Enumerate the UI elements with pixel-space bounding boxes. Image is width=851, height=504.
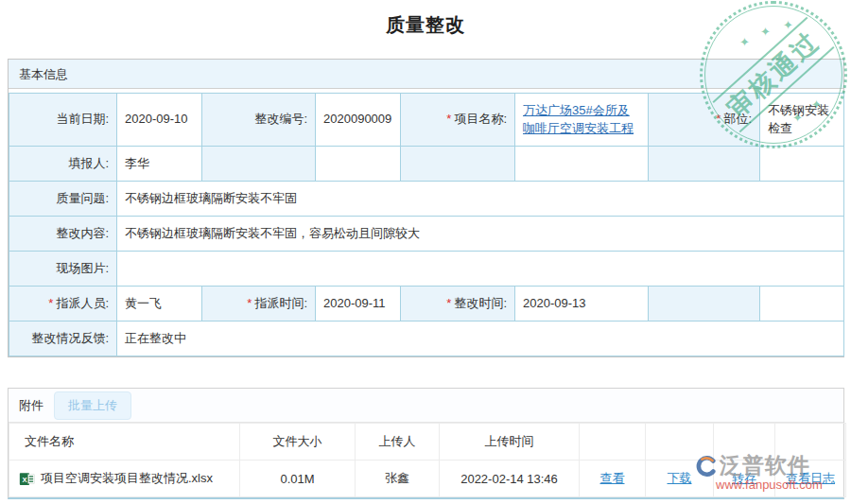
field-value-quality-issue: 不锈钢边框玻璃隔断安装不牢固 <box>117 182 844 217</box>
field-label-text: 指派时间: <box>254 296 307 310</box>
field-value-part: 不锈钢安装检查 <box>760 94 844 147</box>
attachment-upload-time: 2022-02-14 13:46 <box>440 461 580 497</box>
field-value-rectify-content: 不锈钢边框玻璃隔断安装不牢固，容易松动且间隙较大 <box>117 217 844 252</box>
empty-label-cell <box>649 287 760 322</box>
col-action-empty <box>714 424 775 461</box>
view-link[interactable]: 查看 <box>600 471 625 485</box>
col-action-empty <box>580 424 646 461</box>
field-label-feedback: 整改情况反馈: <box>9 322 117 356</box>
attachments-header-row: 文件名称 文件大小 上传人 上传时间 <box>9 424 846 461</box>
empty-value-cell <box>760 287 844 322</box>
field-value-rectification-no: 2020090009 <box>316 94 401 147</box>
field-label-text: 指派人员: <box>56 296 109 310</box>
field-label-text: 部位: <box>723 112 752 126</box>
table-row: 整改内容: 不锈钢边框玻璃隔断安装不牢固，容易松动且间隙较大 <box>9 217 844 252</box>
table-row: 当前日期: 2020-09-10 整改编号: 2020090009 *项目名称:… <box>9 94 844 147</box>
attachment-file-cell: X 项目空调安装项目整改情况.xlsx <box>9 461 240 497</box>
field-value-project-name: 万达广场35#会所及咖啡厅空调安装工程 <box>515 94 649 147</box>
basic-info-table: 当前日期: 2020-09-10 整改编号: 2020090009 *项目名称:… <box>9 93 844 356</box>
attachment-file-size: 0.01M <box>240 461 356 497</box>
field-value-rectify-time: 2020-09-13 <box>515 287 649 322</box>
attachment-action-cell: 查看日志 <box>775 461 846 497</box>
project-name-link[interactable]: 万达广场35#会所及咖啡厅空调安装工程 <box>523 103 634 135</box>
field-label-reporter: 填报人: <box>9 147 117 182</box>
col-upload-time: 上传时间 <box>440 424 580 461</box>
svg-text:X: X <box>22 475 27 483</box>
field-label-assignee: *指派人员: <box>9 287 117 322</box>
empty-label-cell <box>649 147 760 182</box>
attachment-action-cell: 查看 <box>580 461 646 497</box>
save-copy-link[interactable]: 转存 <box>732 471 756 485</box>
table-row: 质量问题: 不锈钢边框玻璃隔断安装不牢固 <box>9 182 844 217</box>
field-label-part: *部位: <box>649 94 760 147</box>
col-uploader: 上传人 <box>356 424 440 461</box>
required-asterisk: * <box>716 112 721 126</box>
attachment-action-cell: 转存 <box>714 461 775 497</box>
batch-upload-button[interactable]: 批量上传 <box>54 391 131 420</box>
download-link[interactable]: 下载 <box>668 471 692 485</box>
empty-value-cell <box>760 147 844 182</box>
required-asterisk: * <box>247 296 252 310</box>
table-row: 整改情况反馈: 正在整改中 <box>9 322 844 356</box>
page-title: 质量整改 <box>0 12 851 38</box>
field-value-assignee: 黄一飞 <box>117 287 202 322</box>
col-action-empty <box>775 424 846 461</box>
table-row: 现场图片: <box>9 252 844 287</box>
field-label-current-date: 当前日期: <box>9 94 117 147</box>
field-value-feedback: 正在整改中 <box>117 322 844 356</box>
field-label-rectification-no: 整改编号: <box>202 94 316 147</box>
field-label-rectify-content: 整改内容: <box>9 217 117 252</box>
col-action-empty <box>646 424 714 461</box>
attachments-panel: 附件 批量上传 文件名称 文件大小 上传人 上传时间 <box>8 388 844 499</box>
view-log-link[interactable]: 查看日志 <box>786 471 835 485</box>
col-file-size: 文件大小 <box>240 424 356 461</box>
empty-label-cell <box>202 147 316 182</box>
field-value-assign-time: 2020-09-11 <box>316 287 401 322</box>
table-row: *指派人员: 黄一飞 *指派时间: 2020-09-11 *整改时间: 2020… <box>9 287 844 322</box>
required-asterisk: * <box>48 296 53 310</box>
required-asterisk: * <box>446 112 451 126</box>
field-label-quality-issue: 质量问题: <box>9 182 117 217</box>
field-value-current-date: 2020-09-10 <box>117 94 202 147</box>
basic-info-section-header: 基本信息 <box>9 60 843 89</box>
basic-info-panel: 基本信息 当前日期: 2020-09-10 整改编号: 2020090009 *… <box>8 59 844 357</box>
attachments-section-title: 附件 <box>19 397 43 414</box>
attachment-row: X 项目空调安装项目整改情况.xlsx 0.01M 张鑫 2022-02-14 … <box>9 461 846 497</box>
field-label-rectify-time: *整改时间: <box>401 287 515 322</box>
attachments-table: 文件名称 文件大小 上传人 上传时间 <box>9 423 846 497</box>
empty-label-cell <box>401 147 515 182</box>
quality-rectification-page: 质量整改 基本信息 当前日期: 2020-09-10 整改编号: 2020090… <box>0 0 851 504</box>
field-value-reporter: 李华 <box>117 147 202 182</box>
table-row: 填报人: 李华 <box>9 147 844 182</box>
empty-value-cell <box>316 147 401 182</box>
attachment-action-cell: 下载 <box>646 461 714 497</box>
attachment-file-name: 项目空调安装项目整改情况.xlsx <box>41 470 213 487</box>
field-label-assign-time: *指派时间: <box>202 287 316 322</box>
field-label-text: 整改时间: <box>454 296 507 310</box>
field-label-text: 项目名称: <box>454 112 507 126</box>
excel-icon: X <box>19 471 35 487</box>
field-label-site-photos: 现场图片: <box>9 252 117 287</box>
attachments-header: 附件 批量上传 <box>9 389 843 423</box>
required-asterisk: * <box>446 296 451 310</box>
empty-value-cell <box>515 147 649 182</box>
field-label-project-name: *项目名称: <box>401 94 515 147</box>
col-file-name: 文件名称 <box>9 424 240 461</box>
attachment-uploader: 张鑫 <box>356 461 440 497</box>
field-value-site-photos <box>117 252 844 287</box>
